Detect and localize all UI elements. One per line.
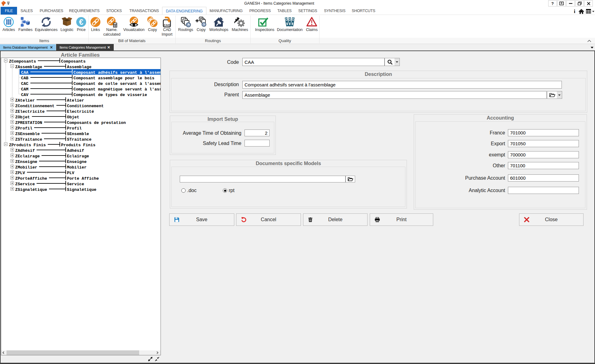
svg-text:CAO: CAO [164,24,170,27]
svg-text:€: € [79,18,83,26]
